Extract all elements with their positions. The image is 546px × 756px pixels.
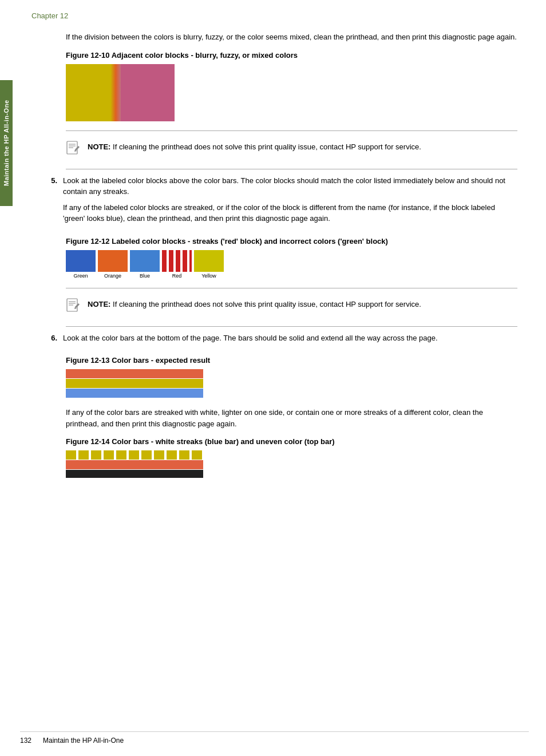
- bar-1214-yellow-streaked: [66, 450, 203, 460]
- page-footer: 132 Maintain the HP All-in-One: [20, 731, 529, 745]
- cb-block-green: Green: [66, 250, 96, 279]
- footer-text: Maintain the HP All-in-One: [43, 737, 124, 745]
- figure-1212-image: Green Orange Blue Red Yellow: [66, 250, 529, 279]
- list-item-6: 6. Look at the color bars at the bottom …: [20, 333, 517, 349]
- yellow-rect: [194, 250, 224, 272]
- orange-stripe-block: [110, 64, 121, 121]
- note-icon-2: [66, 298, 83, 315]
- step-5-text2: If any of the labeled color blocks are s…: [63, 202, 517, 224]
- color-bars-1213: [66, 369, 203, 398]
- step-6-text1: Look at the color bars at the bottom of …: [63, 333, 517, 344]
- figure-1214-image: [66, 450, 529, 478]
- cb-block-red: Red: [162, 250, 192, 279]
- bar-1214-dark: [66, 470, 203, 478]
- color-bars-1214: [66, 450, 203, 478]
- note-box-1: NOTE: If cleaning the printhead does not…: [66, 137, 517, 163]
- note-content-2: If cleaning the printhead does not solve…: [113, 300, 421, 308]
- main-content: Chapter 12 If the division between the c…: [20, 0, 529, 510]
- list-item-5: 5. Look at the labeled color blocks abov…: [20, 175, 517, 229]
- intro-paragraph: If the division between the colors is bl…: [66, 31, 517, 43]
- cb-block-blue: Blue: [130, 250, 160, 279]
- green-label: Green: [73, 273, 88, 279]
- blue-label: Blue: [140, 273, 150, 279]
- yellow-block: [66, 64, 110, 121]
- orange-rect: [98, 250, 128, 272]
- note-text-1: NOTE: If cleaning the printhead does not…: [88, 141, 421, 153]
- step-5-number: 5.: [20, 175, 63, 229]
- page-container: Maintain the HP All-in-One Chapter 12 If…: [0, 0, 546, 756]
- figure-1213-image: [66, 369, 529, 398]
- yellow-label: Yellow: [201, 273, 216, 279]
- note-label-1: NOTE:: [88, 143, 110, 151]
- cb-block-orange: Orange: [98, 250, 128, 279]
- step-6-number: 6.: [20, 333, 63, 349]
- red-label: Red: [172, 273, 182, 279]
- red-rect: [162, 250, 192, 272]
- bar-1214-red: [66, 460, 203, 469]
- color-blocks-1210: [66, 64, 175, 121]
- color-blocks-1212: Green Orange Blue Red Yellow: [66, 250, 529, 279]
- side-tab: Maintain the HP All-in-One: [0, 80, 13, 206]
- step-5-content: Look at the labeled color blocks above t…: [63, 175, 517, 229]
- note-content-1: If cleaning the printhead does not solve…: [113, 143, 421, 151]
- bar-1213-blue: [66, 389, 203, 398]
- note-text-2: NOTE: If cleaning the printhead does not…: [88, 299, 421, 310]
- divider-1: [66, 130, 517, 131]
- note-box-2: NOTE: If cleaning the printhead does not…: [66, 294, 517, 320]
- magenta-block: [121, 64, 175, 121]
- figure-1214-caption: Figure 12-14 Color bars - white streaks …: [66, 437, 529, 446]
- footer-page-number: 132: [20, 737, 31, 745]
- orange-label: Orange: [104, 273, 121, 279]
- blue-rect: [130, 250, 160, 272]
- text-after-1213: If any of the color bars are streaked wi…: [66, 407, 517, 429]
- divider-3: [66, 288, 517, 288]
- figure-1210-image: [66, 64, 529, 121]
- bar-1213-yellow: [66, 379, 203, 388]
- figure-1210-caption: Figure 12-10 Adjacent color blocks - blu…: [66, 51, 529, 60]
- chapter-header: Chapter 12: [31, 11, 529, 20]
- note-label-2: NOTE:: [88, 300, 110, 308]
- divider-2: [66, 169, 517, 169]
- bar-1213-red: [66, 369, 203, 378]
- figure-1213-caption: Figure 12-13 Color bars - expected resul…: [66, 356, 529, 365]
- step-5-text1: Look at the labeled color blocks above t…: [63, 175, 517, 197]
- note-icon-1: [66, 140, 83, 157]
- side-tab-text: Maintain the HP All-in-One: [3, 100, 10, 187]
- green-rect: [66, 250, 96, 272]
- figure-1212-caption: Figure 12-12 Labeled color blocks - stre…: [66, 237, 529, 246]
- divider-4: [66, 326, 517, 327]
- cb-block-yellow: Yellow: [194, 250, 224, 279]
- step-6-content: Look at the color bars at the bottom of …: [63, 333, 517, 349]
